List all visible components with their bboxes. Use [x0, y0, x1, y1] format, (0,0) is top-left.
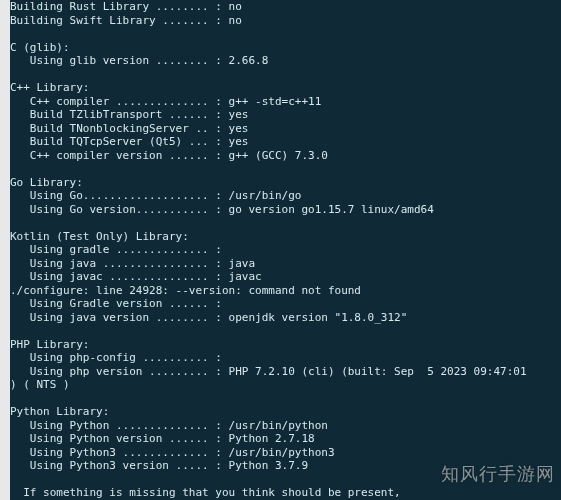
- terminal-line: Using Go version........... : go version…: [10, 203, 561, 217]
- terminal-line: Build TNonblockingServer .. : yes: [10, 122, 561, 136]
- terminal-line: [10, 27, 561, 41]
- terminal-line: Using glib version ........ : 2.66.8: [10, 54, 561, 68]
- terminal-line: [10, 392, 561, 406]
- terminal-line: Build TQTcpServer (Qt5) ... : yes: [10, 135, 561, 149]
- terminal-line: Using java version ........ : openjdk ve…: [10, 311, 561, 325]
- terminal-line: Using Python3 ............. : /usr/bin/p…: [10, 446, 561, 460]
- terminal-line: [10, 216, 561, 230]
- terminal-line: Build TZlibTransport ...... : yes: [10, 108, 561, 122]
- terminal-line: Python Library:: [10, 405, 561, 419]
- terminal-line: Using Python version ...... : Python 2.7…: [10, 432, 561, 446]
- terminal-line: C (glib):: [10, 41, 561, 55]
- terminal-line: Building Swift Library ....... : no: [10, 14, 561, 28]
- terminal-line: [10, 162, 561, 176]
- terminal-line: Using Gradle version ...... :: [10, 297, 561, 311]
- terminal-line: Kotlin (Test Only) Library:: [10, 230, 561, 244]
- terminal-line: [10, 324, 561, 338]
- terminal-line: C++ Library:: [10, 81, 561, 95]
- terminal-line: If something is missing that you think s…: [10, 486, 561, 500]
- terminal-line: Using php version ......... : PHP 7.2.10…: [10, 365, 561, 379]
- terminal-line: PHP Library:: [10, 338, 561, 352]
- terminal-line: Using Python .............. : /usr/bin/p…: [10, 419, 561, 433]
- terminal-line: C++ compiler .............. : g++ -std=c…: [10, 95, 561, 109]
- terminal-line: ) ( NTS ): [10, 378, 561, 392]
- terminal-line: C++ compiler version ...... : g++ (GCC) …: [10, 149, 561, 163]
- terminal-line: Using php-config .......... :: [10, 351, 561, 365]
- terminal-line: Using javac ............... : javac: [10, 270, 561, 284]
- terminal-line: Go Library:: [10, 176, 561, 190]
- terminal-line: ./configure: line 24928: --version: comm…: [10, 284, 561, 298]
- terminal-line: Using gradle .............. :: [10, 243, 561, 257]
- terminal-line: [10, 68, 561, 82]
- terminal-output[interactable]: Building Rust Library ........ : noBuild…: [10, 0, 561, 500]
- terminal-line: Building Rust Library ........ : no: [10, 0, 561, 14]
- terminal-line: Using Go................... : /usr/bin/g…: [10, 189, 561, 203]
- terminal-line: [10, 473, 561, 487]
- terminal-line: Using java ................ : java: [10, 257, 561, 271]
- terminal-line: Using Python3 version ..... : Python 3.7…: [10, 459, 561, 473]
